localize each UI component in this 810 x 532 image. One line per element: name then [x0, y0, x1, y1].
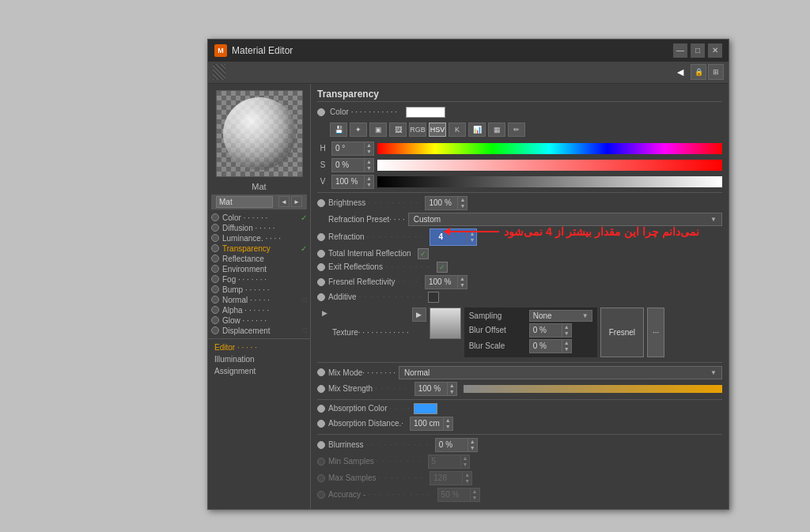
lock-icon[interactable]: 🔒 — [691, 64, 706, 80]
refresh-tab-icon[interactable]: ✦ — [350, 123, 367, 137]
absorption-dist-radio[interactable] — [317, 420, 325, 428]
blur-scale-down[interactable]: ▼ — [562, 346, 571, 353]
eyedropper-tab-icon[interactable]: ✏ — [508, 123, 525, 137]
exit-ref-checkbox[interactable]: ✓ — [437, 262, 448, 273]
fresnel-button[interactable]: Fresnel — [600, 308, 644, 357]
sampling-dropdown[interactable]: None ▼ — [529, 310, 592, 322]
color-swatch[interactable] — [406, 107, 445, 118]
channel-alpha[interactable]: Alpha · · · · · · — [208, 305, 310, 315]
texture-play-button[interactable]: ▶ — [412, 308, 426, 322]
v-arrows[interactable]: ▲ ▼ — [364, 175, 373, 188]
channel-fog[interactable]: Fog · · · · · · · — [208, 274, 310, 285]
fresnel-radio[interactable] — [317, 278, 325, 286]
v-spinner[interactable]: 100 % ▲ ▼ — [331, 175, 374, 189]
chart-tab-icon[interactable]: 📊 — [468, 123, 486, 137]
absorption-color-swatch[interactable] — [414, 403, 437, 414]
absorption-dist-up[interactable]: ▲ — [444, 417, 452, 424]
blur-scale-up[interactable]: ▲ — [562, 340, 571, 346]
brightness-up-arrow[interactable]: ▲ — [458, 197, 467, 203]
maximize-button[interactable]: □ — [691, 43, 705, 58]
mix-mode-radio[interactable] — [317, 368, 325, 376]
channel-displacement[interactable]: Displacement □ — [208, 326, 310, 336]
channel-reflectance[interactable]: Reflectance — [208, 254, 310, 264]
h-arrows[interactable]: ▲ ▼ — [364, 142, 373, 155]
mix-mode-dropdown[interactable]: Normal ▼ — [399, 366, 722, 379]
blur-offset-arrows[interactable]: ▲ ▼ — [562, 324, 571, 337]
exit-ref-radio[interactable] — [317, 263, 325, 271]
brightness-arrows[interactable]: ▲ ▼ — [457, 197, 467, 209]
blurriness-down[interactable]: ▼ — [468, 445, 477, 451]
blurriness-arrows[interactable]: ▲ ▼ — [467, 439, 477, 451]
v-up-arrow[interactable]: ▲ — [365, 175, 373, 182]
mix-strength-arrows[interactable]: ▲ ▼ — [447, 383, 456, 395]
h-down-arrow[interactable]: ▼ — [365, 149, 373, 155]
blur-scale-arrows[interactable]: ▲ ▼ — [562, 340, 571, 353]
s-spinner[interactable]: 0 % ▲ ▼ — [331, 158, 374, 172]
blur-scale-spinner[interactable]: 0 % ▲ ▼ — [529, 339, 572, 353]
mix-strength-radio[interactable] — [317, 385, 325, 393]
mat-name-input[interactable] — [216, 196, 273, 208]
save-tab-icon[interactable]: 💾 — [330, 123, 347, 137]
absorption-color-radio[interactable] — [317, 405, 325, 413]
s-down-arrow[interactable]: ▼ — [365, 165, 373, 172]
channel-transparency[interactable]: Transparency ✓ — [208, 243, 310, 254]
close-button[interactable]: ✕ — [708, 43, 722, 58]
tir-radio[interactable] — [317, 250, 325, 258]
hsv-tab[interactable]: HSV — [429, 123, 446, 137]
absorption-dist-arrows[interactable]: ▲ ▼ — [443, 417, 452, 430]
absorption-dist-spinner[interactable]: 100 cm ▲ ▼ — [410, 417, 453, 431]
channel-environment[interactable]: Environment — [208, 264, 310, 274]
s-arrows[interactable]: ▲ ▼ — [364, 159, 373, 172]
fresnel-arrows[interactable]: ▲ ▼ — [457, 276, 467, 289]
channel-diffusion[interactable]: Diffusion · · · · · — [208, 223, 310, 233]
channel-luminance[interactable]: Luminance. · · · · — [208, 233, 310, 243]
channel-bump[interactable]: Bump · · · · · · — [208, 285, 310, 295]
h-slider[interactable] — [377, 143, 722, 154]
blurriness-up[interactable]: ▲ — [468, 439, 477, 445]
refraction-preset-dropdown[interactable]: Custom ▼ — [408, 213, 722, 226]
additive-checkbox[interactable]: ✓ — [428, 292, 439, 303]
image-tab-icon[interactable]: 🖼 — [389, 123, 407, 137]
blur-offset-spinner[interactable]: 0 % ▲ ▼ — [529, 323, 572, 338]
fresnel-down-arrow[interactable]: ▼ — [458, 282, 467, 289]
channel-color[interactable]: Color · · · · · · ✓ — [208, 213, 310, 223]
tir-checkbox[interactable]: ✓ — [418, 248, 429, 259]
refraction-radio[interactable] — [317, 233, 325, 241]
absorption-dist-down[interactable]: ▼ — [444, 424, 452, 430]
brightness-spinner[interactable]: 100 % ▲ ▼ — [425, 196, 467, 210]
v-slider[interactable] — [377, 176, 722, 187]
layers-tab-icon[interactable]: ▣ — [369, 123, 387, 137]
channel-glow[interactable]: Glow · · · · · · — [208, 315, 310, 326]
channel-normal[interactable]: Normal · · · · · □ — [208, 295, 310, 305]
mix-strength-down[interactable]: ▼ — [448, 389, 456, 395]
blur-offset-up[interactable]: ▲ — [562, 324, 571, 330]
nav-left-icon[interactable]: ◄ — [278, 196, 290, 207]
k-tab[interactable]: K — [449, 123, 466, 137]
s-slider[interactable] — [377, 160, 722, 171]
refraction-down-arrow[interactable]: ▼ — [467, 237, 476, 243]
mix-strength-up[interactable]: ▲ — [448, 383, 456, 389]
subnav-illumination[interactable]: Illumination — [208, 353, 310, 365]
subnav-assignment[interactable]: Assignment — [208, 365, 310, 377]
v-down-arrow[interactable]: ▼ — [365, 182, 373, 188]
subnav-editor[interactable]: Editor · · · · · — [208, 341, 310, 353]
h-spinner[interactable]: 0 ° ▲ ▼ — [331, 141, 374, 156]
three-dot-button[interactable]: ··· — [647, 308, 664, 357]
mix-strength-spinner[interactable]: 100 % ▲ ▼ — [414, 382, 457, 396]
fresnel-up-arrow[interactable]: ▲ — [458, 276, 467, 282]
rgb-tab[interactable]: RGB — [409, 123, 426, 137]
gradient-tab-icon[interactable]: ▦ — [488, 123, 505, 137]
nav-right-icon[interactable]: ► — [291, 196, 302, 207]
blurriness-spinner[interactable]: 0 % ▲ ▼ — [435, 438, 478, 452]
fresnel-spinner[interactable]: 100 % ▲ ▼ — [425, 275, 467, 289]
texture-expand-icon[interactable]: ▶ — [320, 308, 329, 357]
minimize-button[interactable]: — — [673, 43, 687, 58]
h-up-arrow[interactable]: ▲ — [365, 142, 373, 149]
blur-offset-down[interactable]: ▼ — [562, 330, 571, 337]
brightness-down-arrow[interactable]: ▼ — [458, 203, 467, 209]
brightness-radio[interactable] — [317, 199, 325, 207]
expand-icon[interactable]: ⊞ — [708, 64, 724, 80]
color-radio[interactable] — [317, 108, 325, 116]
additive-radio[interactable] — [317, 293, 325, 301]
s-up-arrow[interactable]: ▲ — [365, 159, 373, 165]
